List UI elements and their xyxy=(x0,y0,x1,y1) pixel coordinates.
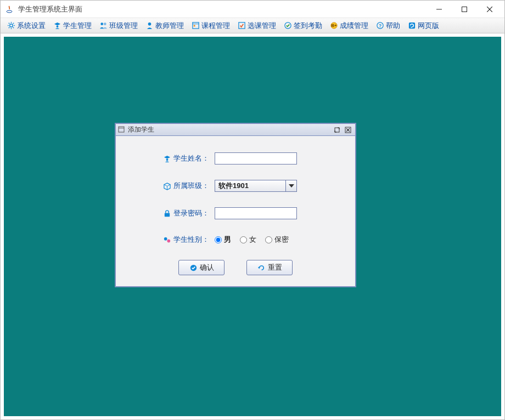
gear-icon xyxy=(7,21,15,30)
checkin-icon xyxy=(284,21,292,30)
dialog-maximize-button[interactable] xyxy=(332,126,342,134)
reset-button[interactable]: 重置 xyxy=(246,260,293,275)
mdi-content-area: 添加学生 学生姓名： 所属班级： xyxy=(4,37,501,416)
svg-point-17 xyxy=(148,22,152,26)
radio-male[interactable]: 男 xyxy=(215,235,231,245)
class-combo-value: 软件1901 xyxy=(215,181,285,191)
help-icon: ? xyxy=(376,21,384,30)
radio-female[interactable]: 女 xyxy=(240,235,256,245)
menu-help[interactable]: ?帮助 xyxy=(373,19,403,32)
class-icon xyxy=(163,182,171,190)
course-icon xyxy=(192,21,200,30)
menu-label: 教师管理 xyxy=(155,21,184,31)
password-input[interactable] xyxy=(215,207,297,219)
svg-rect-40 xyxy=(165,213,170,217)
dialog-form: 学生姓名： 所属班级： 软件1901 xyxy=(116,136,355,275)
row-class: 所属班级： 软件1901 xyxy=(127,180,344,192)
svg-line-37 xyxy=(167,184,171,186)
maximize-button[interactable] xyxy=(452,1,477,18)
menu-teacher-management[interactable]: 教师管理 xyxy=(142,19,187,32)
svg-point-41 xyxy=(164,237,167,240)
menu-attendance[interactable]: 签到考勤 xyxy=(280,19,326,32)
menu-label: 网页版 xyxy=(418,21,439,31)
class-icon xyxy=(99,21,108,30)
titlebar: 学生管理系统主界面 xyxy=(1,1,504,18)
menu-label: 帮助 xyxy=(386,21,400,31)
close-button[interactable] xyxy=(477,1,502,18)
svg-line-10 xyxy=(9,23,9,24)
check-circle-icon xyxy=(189,264,198,272)
lock-icon xyxy=(163,209,171,218)
dialog-titlebar[interactable]: 添加学生 xyxy=(116,124,355,136)
label-password: 登录密码： xyxy=(127,208,215,218)
svg-point-0 xyxy=(7,10,12,13)
row-password: 登录密码： xyxy=(127,207,344,219)
menubar: 系统设置 学生管理 班级管理 教师管理 课程管理 选课管理 签到考勤 B+成绩管… xyxy=(1,18,504,33)
menu-system-settings[interactable]: 系统设置 xyxy=(4,19,49,32)
svg-rect-20 xyxy=(194,25,195,27)
student-icon xyxy=(53,21,61,30)
svg-text:?: ? xyxy=(379,23,381,29)
svg-point-15 xyxy=(100,22,103,25)
select-course-icon xyxy=(238,21,246,30)
svg-line-11 xyxy=(13,27,14,28)
svg-point-14 xyxy=(57,26,59,28)
row-gender: 学生性别： 男 女 保密 xyxy=(127,235,344,245)
gender-icon xyxy=(163,236,171,244)
svg-point-42 xyxy=(167,239,171,242)
svg-point-35 xyxy=(166,158,169,161)
svg-marker-39 xyxy=(289,184,294,188)
dialog-close-button[interactable] xyxy=(343,126,353,134)
svg-line-12 xyxy=(9,27,9,28)
svg-line-13 xyxy=(13,23,14,24)
menu-web-version[interactable]: 网页版 xyxy=(405,19,442,32)
minimize-button[interactable] xyxy=(427,1,452,18)
svg-rect-18 xyxy=(193,22,199,29)
student-name-input[interactable] xyxy=(215,152,297,164)
chevron-down-icon[interactable] xyxy=(285,180,296,191)
dialog-title: 添加学生 xyxy=(128,125,331,134)
menu-label: 学生管理 xyxy=(63,21,92,31)
label-gender: 学生性别： xyxy=(127,235,215,245)
menu-label: 选课管理 xyxy=(248,21,276,31)
label-student-name: 学生姓名： xyxy=(127,154,215,163)
menu-select-course[interactable]: 选课管理 xyxy=(234,19,279,32)
menu-label: 签到考勤 xyxy=(294,21,322,31)
svg-line-36 xyxy=(164,184,167,186)
window-controls xyxy=(427,1,502,18)
svg-rect-31 xyxy=(335,128,339,132)
menu-grade-management[interactable]: B+成绩管理 xyxy=(327,19,372,32)
teacher-icon xyxy=(145,21,154,30)
svg-rect-29 xyxy=(119,127,124,132)
svg-point-5 xyxy=(10,24,13,27)
reset-icon xyxy=(257,264,266,272)
web-icon xyxy=(408,21,416,30)
confirm-button[interactable]: 确认 xyxy=(178,260,225,275)
row-student-name: 学生姓名： xyxy=(127,152,344,164)
menu-label: 系统设置 xyxy=(17,21,46,31)
add-student-dialog: 添加学生 学生姓名： 所属班级： xyxy=(115,123,356,287)
student-icon xyxy=(163,155,171,163)
menu-student-management[interactable]: 学生管理 xyxy=(50,19,95,32)
menu-label: 班级管理 xyxy=(109,21,138,31)
window-title: 学生管理系统主界面 xyxy=(18,4,427,14)
radio-secret[interactable]: 保密 xyxy=(265,235,289,245)
svg-marker-44 xyxy=(257,266,259,269)
menu-class-management[interactable]: 班级管理 xyxy=(96,19,141,32)
menu-course-management[interactable]: 课程管理 xyxy=(188,19,233,32)
dialog-buttons: 确认 重置 xyxy=(127,260,344,275)
class-combo[interactable]: 软件1901 xyxy=(215,180,297,192)
gender-radios: 男 女 保密 xyxy=(215,235,298,245)
menu-label: 成绩管理 xyxy=(340,21,368,31)
menu-label: 课程管理 xyxy=(201,21,230,31)
svg-rect-2 xyxy=(462,7,467,12)
window-icon xyxy=(118,126,126,134)
svg-point-16 xyxy=(104,22,106,25)
java-icon xyxy=(5,5,14,14)
svg-rect-27 xyxy=(409,22,415,29)
svg-text:B+: B+ xyxy=(332,23,337,28)
grade-icon: B+ xyxy=(330,21,338,30)
main-window: 学生管理系统主界面 系统设置 学生管理 班级管理 教师管理 课程管理 选课管理 … xyxy=(0,0,505,420)
label-class: 所属班级： xyxy=(127,181,215,191)
